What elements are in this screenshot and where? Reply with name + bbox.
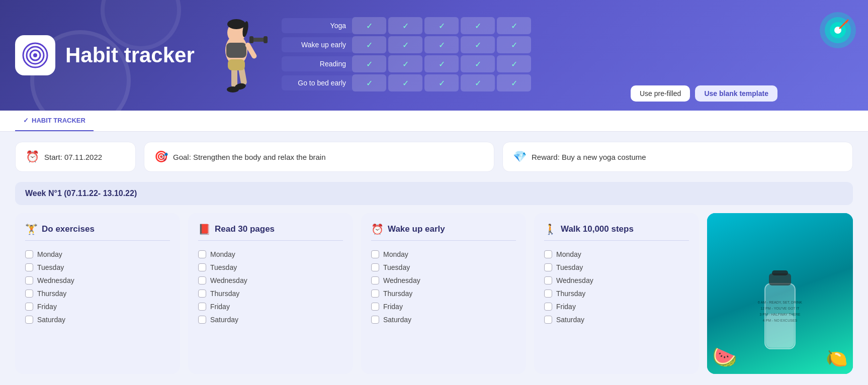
check-2[interactable]: ✓ [388, 17, 422, 34]
goal-text: Goal: Strengthen the body and relax the … [173, 153, 326, 161]
check-4[interactable]: ✓ [461, 74, 495, 91]
svg-point-10 [227, 19, 245, 29]
habit-card-do-exercises: 🏋️ Do exercises Monday Tuesday Wednesday… [15, 213, 180, 374]
checkbox-monday-read[interactable] [198, 250, 206, 258]
day-saturday-walk: Saturday [544, 313, 689, 326]
grid-row-wake-up: Wake up early ✓ ✓ ✓ ✓ ✓ [282, 36, 853, 53]
check-3[interactable]: ✓ [424, 55, 459, 72]
day-label: Tuesday [210, 263, 237, 271]
checkbox-thursday-read[interactable] [198, 290, 206, 298]
checkbox-saturday-exercises[interactable] [25, 316, 33, 324]
checkbox-monday-walk[interactable] [544, 250, 552, 258]
day-label: Thursday [556, 290, 585, 298]
checkbox-saturday-wake[interactable] [371, 316, 379, 324]
check-5[interactable]: ✓ [497, 74, 531, 91]
reward-icon: 💎 [513, 150, 527, 163]
check-1[interactable]: ✓ [352, 74, 386, 91]
checkbox-wednesday-read[interactable] [198, 276, 206, 284]
lemon-decoration: 🍋 [826, 348, 848, 369]
read-30-icon: 📕 [198, 223, 211, 235]
checkbox-wednesday-walk[interactable] [544, 276, 552, 284]
checkbox-saturday-read[interactable] [198, 316, 206, 324]
checkbox-monday-wake[interactable] [371, 250, 379, 258]
day-label: Wednesday [37, 276, 74, 284]
check-3[interactable]: ✓ [424, 17, 459, 34]
tab-habit-tracker[interactable]: ✓ HABIT TRACKER [15, 111, 94, 131]
day-label: Monday [383, 250, 408, 258]
header-left: Habit tracker [15, 35, 206, 75]
svg-text:6 AM - READY, SET, DRINK: 6 AM - READY, SET, DRINK [758, 301, 802, 304]
habit-card-read-30-pages: 📕 Read 30 pages Monday Tuesday Wednesday… [188, 213, 353, 374]
svg-rect-27 [772, 270, 788, 275]
grid-label-reading: Reading [282, 56, 352, 71]
day-label: Monday [37, 250, 62, 258]
use-prefilled-button[interactable]: Use pre-filled [631, 85, 690, 102]
checkbox-wednesday-wake[interactable] [371, 276, 379, 284]
day-thursday-wake: Thursday [371, 287, 516, 300]
use-blank-template-button[interactable]: Use blank template [695, 85, 777, 102]
photo-card-water-bottle: 🍉 6 AM - READY, SET, DRINK 12 PM - YOU'V… [707, 213, 853, 374]
checkbox-tuesday-read[interactable] [198, 263, 206, 271]
check-2[interactable]: ✓ [388, 36, 422, 53]
check-2[interactable]: ✓ [388, 74, 422, 91]
day-label: Wednesday [210, 276, 247, 284]
checkbox-friday-read[interactable] [198, 303, 206, 311]
habit-card-wake-up-early: ⏰ Wake up early Monday Tuesday Wednesday… [361, 213, 526, 374]
habit-title-read-30: 📕 Read 30 pages [198, 223, 343, 241]
checkbox-friday-wake[interactable] [371, 303, 379, 311]
read-30-label: Read 30 pages [215, 224, 275, 234]
day-monday-wake: Monday [371, 248, 516, 261]
day-wednesday-exercises: Wednesday [25, 274, 170, 287]
wake-up-icon: ⏰ [371, 223, 384, 235]
wake-up-label: Wake up early [388, 224, 445, 234]
day-friday-exercises: Friday [25, 300, 170, 313]
check-5[interactable]: ✓ [497, 55, 531, 72]
grid-checks-bed: ✓ ✓ ✓ ✓ ✓ [352, 74, 531, 91]
walk-label: Walk 10,000 steps [561, 224, 634, 234]
check-1[interactable]: ✓ [352, 17, 386, 34]
check-5[interactable]: ✓ [497, 17, 531, 34]
checkbox-thursday-wake[interactable] [371, 290, 379, 298]
checkbox-tuesday-exercises[interactable] [25, 263, 33, 271]
svg-rect-15 [264, 36, 268, 43]
habit-title-wake-up: ⏰ Wake up early [371, 223, 516, 241]
do-exercises-icon: 🏋️ [25, 223, 38, 235]
check-3[interactable]: ✓ [424, 74, 459, 91]
day-label: Saturday [383, 316, 411, 324]
day-tuesday-read: Tuesday [198, 261, 343, 274]
day-saturday-exercises: Saturday [25, 313, 170, 326]
do-exercises-label: Do exercises [42, 224, 95, 234]
check-5[interactable]: ✓ [497, 36, 531, 53]
day-monday-read: Monday [198, 248, 343, 261]
svg-text:3 PM - HALFWAY THERE: 3 PM - HALFWAY THERE [759, 313, 800, 316]
check-1[interactable]: ✓ [352, 36, 386, 53]
check-4[interactable]: ✓ [461, 36, 495, 53]
checkbox-friday-walk[interactable] [544, 303, 552, 311]
walk-icon: 🚶 [544, 223, 557, 235]
logo-icon [22, 42, 49, 69]
check-4[interactable]: ✓ [461, 55, 495, 72]
checkbox-thursday-exercises[interactable] [25, 290, 33, 298]
check-3[interactable]: ✓ [424, 36, 459, 53]
character-illustration [196, 5, 277, 111]
water-bottle-image: 🍉 6 AM - READY, SET, DRINK 12 PM - YOU'V… [707, 213, 853, 374]
day-wednesday-wake: Wednesday [371, 274, 516, 287]
template-buttons: Use pre-filled Use blank template [631, 85, 777, 102]
checkbox-tuesday-wake[interactable] [371, 263, 379, 271]
checkbox-thursday-walk[interactable] [544, 290, 552, 298]
day-label: Monday [556, 250, 581, 258]
day-monday-exercises: Monday [25, 248, 170, 261]
day-label: Friday [37, 303, 57, 311]
reward-card: 💎 Reward: Buy a new yoga costume [502, 142, 853, 172]
check-4[interactable]: ✓ [461, 17, 495, 34]
checkbox-wednesday-exercises[interactable] [25, 276, 33, 284]
check-2[interactable]: ✓ [388, 55, 422, 72]
habit-title-walk: 🚶 Walk 10,000 steps [544, 223, 689, 241]
watermelon-decoration: 🍉 [712, 345, 737, 369]
checkbox-friday-exercises[interactable] [25, 303, 33, 311]
check-1[interactable]: ✓ [352, 55, 386, 72]
checkbox-tuesday-walk[interactable] [544, 263, 552, 271]
day-tuesday-wake: Tuesday [371, 261, 516, 274]
checkbox-saturday-walk[interactable] [544, 316, 552, 324]
checkbox-monday-exercises[interactable] [25, 250, 33, 258]
